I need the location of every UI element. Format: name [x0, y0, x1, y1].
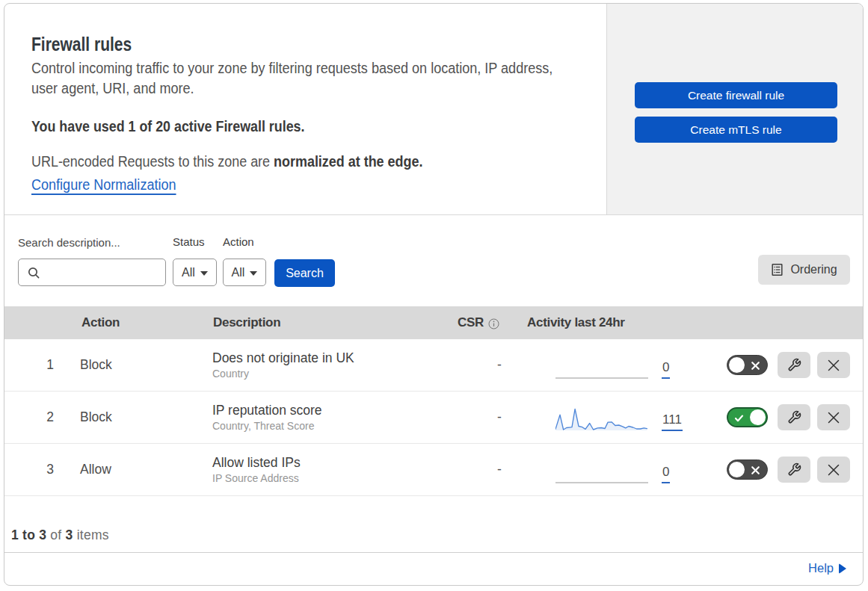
- ordering-button[interactable]: Ordering: [758, 255, 850, 285]
- edit-rule-button[interactable]: [778, 404, 810, 430]
- pagination-bar: 1 to 3 of 3 items: [4, 496, 863, 553]
- table-header: Action Description CSR Activity last 24h…: [4, 306, 863, 339]
- help-link[interactable]: Help: [808, 561, 846, 575]
- column-header-action: Action: [81, 306, 120, 339]
- create-firewall-rule-button[interactable]: Create firewall rule: [635, 82, 837, 108]
- normalization-note: URL-encoded Requests to this zone are no…: [31, 152, 502, 170]
- create-mtls-rule-button[interactable]: Create mTLS rule: [635, 117, 837, 143]
- x-icon: [751, 465, 760, 475]
- help-bar: Help: [4, 553, 863, 585]
- activity-count-cell: 111: [662, 392, 683, 443]
- toggle-cell: [727, 339, 768, 391]
- edit-cell: [778, 392, 810, 443]
- edit-rule-button[interactable]: [778, 352, 810, 378]
- info-icon[interactable]: [488, 318, 499, 329]
- wrench-icon: [787, 358, 801, 372]
- x-icon: [828, 359, 840, 371]
- row-number: 3: [35, 444, 65, 495]
- activity-count-link[interactable]: 0: [662, 360, 670, 379]
- table-row: 2BlockIP reputation scoreCountry, Threat…: [4, 392, 863, 444]
- rule-description: Does not originate in UKCountry: [212, 339, 354, 391]
- sparkline-flat: [555, 460, 648, 485]
- activity-count-cell: 0: [662, 444, 670, 495]
- actions-panel: Create firewall rule Create mTLS rule: [606, 4, 863, 214]
- page-description: Control incoming traffic to your zone by…: [31, 58, 570, 98]
- edit-cell: [778, 339, 810, 391]
- configure-normalization-link[interactable]: Configure Normalization: [31, 176, 176, 194]
- rule-toggle-on[interactable]: [727, 407, 768, 427]
- column-header-description: Description: [213, 306, 280, 339]
- rule-description: IP reputation scoreCountry, Threat Score: [212, 392, 322, 443]
- action-select[interactable]: All: [223, 259, 266, 286]
- activity-count-link[interactable]: 0: [662, 465, 670, 483]
- edit-cell: [778, 444, 810, 495]
- x-icon: [828, 464, 840, 476]
- search-box: [18, 259, 166, 286]
- rule-description: Allow listed IPsIP Source Address: [212, 444, 301, 495]
- x-icon: [828, 412, 840, 424]
- column-header-activity: Activity last 24hr: [527, 306, 625, 339]
- filter-bar: Search description... Status Action All …: [4, 215, 863, 306]
- intro-section: Firewall rules Control incoming traffic …: [4, 4, 863, 215]
- search-label: Search description...: [18, 236, 120, 249]
- rule-action: Block: [80, 392, 112, 443]
- page-title: Firewall rules: [31, 34, 484, 55]
- activity-count-link[interactable]: 111: [662, 412, 683, 431]
- sparkline-chart: [555, 407, 648, 433]
- csr-value: -: [477, 444, 522, 495]
- arrow-right-icon: [839, 563, 846, 574]
- rule-criteria: IP Source Address: [212, 472, 299, 485]
- firewall-rules-card: Firewall rules Control incoming traffic …: [4, 3, 864, 586]
- toggle-knob: [729, 357, 745, 373]
- activity-sparkline: [555, 339, 648, 391]
- description-line-2: user agent, URI, and more.: [31, 78, 505, 98]
- check-icon: [734, 413, 744, 423]
- chevron-down-icon: [250, 271, 257, 276]
- delete-rule-button[interactable]: [817, 457, 850, 483]
- activity-count-cell: 0: [662, 339, 670, 391]
- delete-rule-button[interactable]: [817, 352, 850, 378]
- table-body: 1BlockDoes not originate in UKCountry-02…: [4, 339, 863, 496]
- toggle-knob: [750, 409, 766, 425]
- activity-sparkline: [555, 444, 648, 495]
- status-label: Status: [173, 235, 205, 248]
- csr-value: -: [477, 339, 522, 391]
- rule-description-text: IP reputation score: [212, 403, 322, 418]
- activity-sparkline: [555, 392, 648, 443]
- search-input[interactable]: [44, 262, 162, 282]
- chevron-down-icon: [200, 271, 208, 276]
- rule-action: Allow: [80, 444, 111, 495]
- toggle-knob: [729, 462, 745, 477]
- toggle-cell: [727, 392, 768, 443]
- search-icon: [28, 267, 40, 279]
- usage-summary: You have used 1 of 20 active Firewall ru…: [31, 117, 499, 135]
- toggle-cell: [727, 444, 768, 495]
- wrench-icon: [787, 462, 801, 477]
- rule-criteria: Country, Threat Score: [212, 420, 314, 433]
- list-icon: [771, 263, 784, 276]
- items-count: 1 to 3 of 3 items: [11, 527, 109, 543]
- search-button[interactable]: Search: [274, 259, 335, 287]
- intro-text: Firewall rules Control incoming traffic …: [31, 4, 570, 194]
- csr-value: -: [477, 392, 522, 443]
- table-row: 3AllowAllow listed IPsIP Source Address-…: [4, 444, 863, 496]
- sparkline-flat: [555, 355, 648, 380]
- wrench-icon: [787, 410, 801, 424]
- rule-description-text: Does not originate in UK: [212, 350, 354, 365]
- rule-toggle-off[interactable]: [727, 460, 768, 480]
- action-label: Action: [223, 235, 254, 248]
- delete-cell: [817, 339, 850, 391]
- status-select[interactable]: All: [173, 259, 217, 286]
- delete-cell: [817, 392, 850, 443]
- rule-criteria: Country: [212, 368, 249, 380]
- edit-rule-button[interactable]: [778, 457, 810, 483]
- rule-description-text: Allow listed IPs: [212, 455, 301, 470]
- table-row: 1BlockDoes not originate in UKCountry-0: [4, 339, 863, 392]
- delete-rule-button[interactable]: [817, 404, 850, 430]
- rule-action: Block: [80, 339, 112, 391]
- column-header-csr: CSR: [458, 306, 499, 339]
- row-number: 2: [35, 392, 65, 443]
- delete-cell: [817, 444, 850, 495]
- rule-toggle-off[interactable]: [727, 355, 768, 375]
- row-number: 1: [35, 339, 65, 391]
